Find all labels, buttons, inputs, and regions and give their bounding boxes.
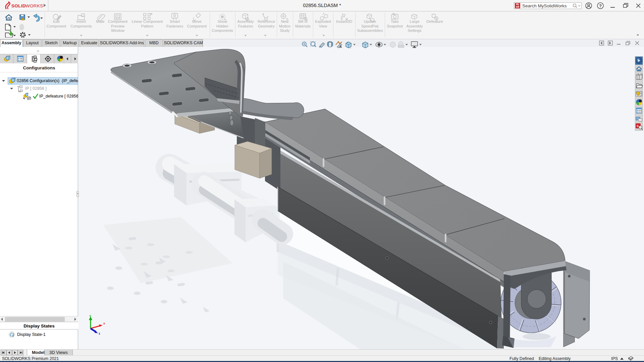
svg-text:Y: Y (89, 314, 91, 318)
svg-text:S: S (637, 124, 639, 128)
svg-text:z: z (99, 332, 100, 335)
svg-text:WORKS: WORKS (25, 3, 43, 8)
svg-text:x: x (103, 322, 105, 325)
svg-text:A: A (339, 45, 342, 49)
svg-text:?: ? (599, 3, 602, 8)
svg-text:SOLID: SOLID (11, 3, 26, 8)
